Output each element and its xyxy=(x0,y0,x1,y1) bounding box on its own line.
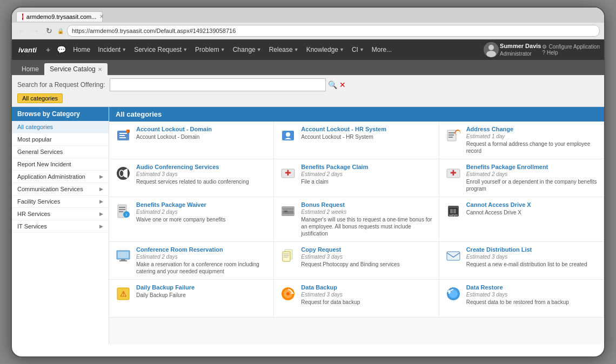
catalog-item-title[interactable]: Copy Request xyxy=(301,246,433,253)
configure-label[interactable]: Configure Application xyxy=(548,44,600,50)
nav-knowledge[interactable]: Knowledge ▼ xyxy=(303,44,347,56)
sidebar-item-it[interactable]: IT Services ▶ xyxy=(12,220,109,233)
catalog-item-title[interactable]: Account Lockout - HR System xyxy=(301,126,433,132)
sidebar-item-app-admin[interactable]: Application Administration ▶ xyxy=(12,171,109,183)
catalog-item-title[interactable]: Data Restore xyxy=(466,284,598,291)
catalog-item-title[interactable]: Data Backup xyxy=(301,284,433,291)
search-button[interactable]: 🔍 xyxy=(328,80,337,89)
catalog-item-desc: Cannot Access Drive X xyxy=(466,209,598,216)
catalog-item-title[interactable]: Benefits Package Waiver xyxy=(136,201,268,208)
chevron-down-icon: ▼ xyxy=(359,47,364,52)
sidebar-item-report-incident[interactable]: Report New Incident xyxy=(12,158,109,171)
catalog-item-content: Benefits Package Waiver Estimated 2 days… xyxy=(136,201,268,223)
chevron-down-icon: ▼ xyxy=(294,47,299,52)
nav-service-request[interactable]: Service Request ▼ xyxy=(131,44,191,56)
svg-point-1 xyxy=(486,51,496,57)
user-name: Summer Davis xyxy=(500,42,541,50)
catalog-item[interactable]: HDD Cannot Access Drive X Cannot Access … xyxy=(439,197,604,242)
nav-home[interactable]: Home xyxy=(70,44,93,56)
all-categories-button[interactable]: All categories xyxy=(17,93,63,103)
nav-change[interactable]: Change ▼ xyxy=(230,44,265,56)
app-logo: ivanti xyxy=(16,46,39,54)
catalog-item-desc: Enroll yourself or a dependent in the co… xyxy=(466,178,598,192)
svg-point-52 xyxy=(286,292,290,295)
catalog-item-content: Benefits Package Claim Estimated 2 days … xyxy=(301,164,433,185)
svg-text:⚠: ⚠ xyxy=(120,289,127,298)
sidebar-item-facility[interactable]: Facility Services ▶ xyxy=(12,196,109,208)
nav-release[interactable]: Release ▼ xyxy=(266,44,302,56)
chevron-down-icon: ▼ xyxy=(257,47,262,52)
catalog-item-desc: Request a new e-mail distribution list t… xyxy=(466,261,598,268)
catalog-item[interactable]: Conference Room Reservation Estimated 2 … xyxy=(109,242,274,280)
catalog-item-title[interactable]: Conference Room Reservation xyxy=(136,246,268,253)
nav-ci[interactable]: CI ▼ xyxy=(349,44,367,56)
catalog-item-icon xyxy=(279,203,297,220)
catalog-item-title[interactable]: Bonus Request xyxy=(301,201,433,208)
nav-problem[interactable]: Problem ▼ xyxy=(192,44,229,56)
catalog-item-icon xyxy=(279,127,297,144)
catalog-item[interactable]: ⬤ Address Change Estimated 1 day Request… xyxy=(439,122,604,159)
catalog-item-title[interactable]: Address Change xyxy=(466,126,598,132)
sidebar-item-general-services[interactable]: General Services xyxy=(12,146,109,158)
nav-incident[interactable]: Incident ▼ xyxy=(95,44,130,56)
help-icon: ? xyxy=(542,50,545,56)
chevron-right-icon: ▶ xyxy=(99,224,103,229)
catalog-item-title[interactable]: Daily Backup Failure xyxy=(136,284,268,291)
address-input[interactable] xyxy=(67,25,600,37)
svg-rect-41 xyxy=(119,260,127,261)
catalog-item[interactable]: Copy Request Estimated 3 days Request Ph… xyxy=(274,242,439,280)
svg-rect-16 xyxy=(117,167,130,180)
svg-rect-26 xyxy=(119,211,123,212)
search-bar: Search for a Request Offering: 🔍 ✕ All c… xyxy=(12,75,604,107)
catalog-item-estimate: Estimated 2 days xyxy=(136,209,268,215)
chevron-right-icon: ▶ xyxy=(99,174,103,179)
catalog-item[interactable]: i Benefits Package Waiver Estimated 2 da… xyxy=(109,197,274,242)
new-button[interactable]: + xyxy=(43,44,53,55)
catalog-item-title[interactable]: Benefits Package Claim xyxy=(301,164,433,170)
search-clear-button[interactable]: ✕ xyxy=(339,80,346,89)
catalog-item[interactable]: ✚ Benefits Package Enrollment Estimated … xyxy=(439,159,604,197)
tab-home[interactable]: Home xyxy=(16,63,44,75)
reload-button[interactable]: ↻ xyxy=(44,26,54,35)
catalog-item[interactable]: Audio Conferencing Services Estimated 3 … xyxy=(109,159,274,197)
catalog-item-title[interactable]: Audio Conferencing Services xyxy=(136,164,268,170)
catalog-item-desc: Waive one or more company benefits xyxy=(136,216,268,223)
tab-close-icon[interactable]: ✕ xyxy=(99,14,104,19)
nav-more[interactable]: More... xyxy=(369,44,395,56)
tab-close-icon[interactable]: ✕ xyxy=(98,66,102,72)
catalog-item-icon: ✚ xyxy=(279,165,297,182)
sidebar-item-comm-services[interactable]: Communication Services ▶ xyxy=(12,183,109,196)
catalog-item-title[interactable]: Account Lockout - Domain xyxy=(136,126,268,132)
catalog-item-desc: Daily Backup Failure xyxy=(136,292,268,299)
help-label[interactable]: Help xyxy=(547,50,558,56)
catalog-item[interactable]: Data Restore Estimated 3 days Request da… xyxy=(439,280,604,318)
svg-rect-4 xyxy=(119,135,125,136)
svg-rect-3 xyxy=(119,133,127,134)
catalog-item[interactable]: ! Account Lockout - Domain Account Locko… xyxy=(109,122,274,159)
back-button[interactable]: ← xyxy=(16,26,27,35)
chat-button[interactable]: 💬 xyxy=(54,44,69,55)
browser-tab[interactable]: i armdemo9.trysaasit.com... ✕ xyxy=(16,11,103,22)
catalog-item[interactable]: Create Distribution List Estimated 3 day… xyxy=(439,242,604,280)
catalog-item[interactable]: Account Lockout - HR System Account Lock… xyxy=(274,122,439,159)
catalog-item-icon xyxy=(445,247,462,265)
forward-button[interactable]: → xyxy=(30,26,41,35)
svg-text:!: ! xyxy=(127,130,128,133)
search-input[interactable] xyxy=(110,78,326,91)
catalog-item-title[interactable]: Create Distribution List xyxy=(466,246,598,253)
catalog-item-title[interactable]: Cannot Access Drive X xyxy=(466,201,598,208)
catalog-item-desc: File a claim xyxy=(301,178,433,185)
sidebar-item-all-categories[interactable]: All categories xyxy=(12,121,109,133)
tab-title: armdemo9.trysaasit.com... xyxy=(26,14,97,20)
tab-service-catalog[interactable]: Service Catalog ✕ xyxy=(44,63,108,75)
chevron-down-icon: ▼ xyxy=(183,47,188,52)
sidebar-item-hr[interactable]: HR Services ▶ xyxy=(12,208,109,220)
catalog-item[interactable]: ⚠ Daily Backup Failure Daily Backup Fail… xyxy=(109,280,274,318)
catalog-item-icon: i xyxy=(115,203,132,220)
catalog-item[interactable]: ✚ Benefits Package Claim Estimated 2 day… xyxy=(274,159,439,197)
catalog-item[interactable]: Bonus Request Estimated 2 weeks Manager'… xyxy=(274,197,439,242)
catalog-item-content: Audio Conferencing Services Estimated 3 … xyxy=(136,164,268,185)
catalog-item-title[interactable]: Benefits Package Enrollment xyxy=(466,164,598,170)
sidebar-item-most-popular[interactable]: Most popular xyxy=(12,133,109,146)
catalog-item[interactable]: Data Backup Estimated 3 days Request for… xyxy=(274,280,439,318)
